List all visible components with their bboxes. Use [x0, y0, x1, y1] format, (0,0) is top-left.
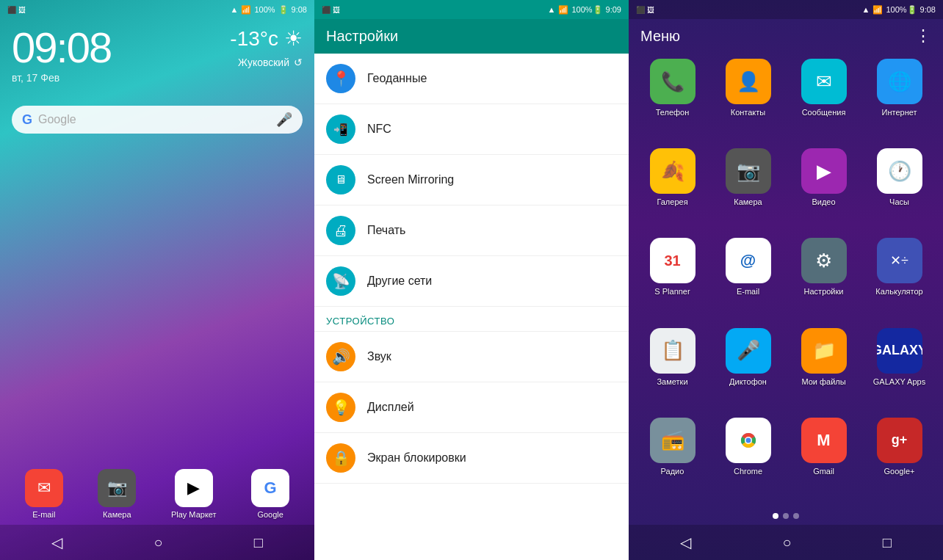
- video-icon: ▶: [801, 148, 847, 194]
- nfc-item[interactable]: 📲 NFC: [314, 104, 629, 155]
- internet-icon: 🌐: [877, 59, 922, 104]
- geodata-icon-wrap: 📍: [326, 64, 355, 93]
- m-wifi-icon: ▲: [862, 5, 870, 14]
- menu-more-button[interactable]: ⋮: [915, 26, 931, 46]
- mic-icon[interactable]: 🎤: [276, 112, 292, 128]
- other-net-label: Другие сети: [367, 274, 432, 288]
- clock-area: 09:08 вт, 17 Фев -13°с ☀ Жуковский ↺: [0, 19, 314, 84]
- app-grid: 📞 Телефон 👤 Контакты ✉ Сообщения 🌐 Интер…: [629, 53, 943, 507]
- search-placeholder: Google: [38, 113, 270, 126]
- home-nav-bar: ◁ ○ □: [0, 525, 314, 560]
- battery-icon: 🔋: [278, 5, 289, 15]
- contacts-glyph: 👤: [737, 70, 760, 93]
- email-app-item[interactable]: @ E-mail: [713, 238, 783, 321]
- notes-label: Заметки: [657, 377, 687, 387]
- camera-app-item[interactable]: 📷 Камера: [713, 148, 783, 232]
- sun-icon: ☀: [284, 26, 303, 51]
- page-dot-2[interactable]: [783, 513, 789, 519]
- display-icon: 💡: [332, 399, 350, 416]
- display-item[interactable]: 💡 Дисплей: [314, 382, 629, 433]
- menu-title: Меню: [640, 28, 680, 45]
- page-dot-1[interactable]: [773, 513, 778, 519]
- files-icon: 📁: [801, 328, 847, 374]
- lockscreen-item[interactable]: 🔒 Экран блокировки: [314, 433, 629, 484]
- screenshot-icon: ⬛: [7, 6, 16, 14]
- print-item[interactable]: 🖨 Печать: [314, 206, 629, 256]
- sound-item[interactable]: 🔊 Звук: [314, 332, 629, 382]
- radio-app-item[interactable]: 📻 Радио: [637, 418, 707, 501]
- other-networks-item[interactable]: 📡 Другие сети: [314, 256, 629, 307]
- recorder-label: Диктофон: [729, 377, 767, 387]
- messages-app-item[interactable]: ✉ Сообщения: [789, 59, 859, 142]
- messages-icon: ✉: [801, 59, 847, 104]
- video-app-item[interactable]: ▶ Видео: [789, 148, 859, 232]
- gallery-app-item[interactable]: 🍂 Галерея: [637, 148, 707, 232]
- chrome-app-item[interactable]: Chrome: [713, 418, 783, 501]
- phone-app-item[interactable]: 📞 Телефон: [637, 59, 707, 142]
- home-status-bar: ⬛ 🖼 ▲ 📶 100% 🔋 9:08: [0, 0, 314, 19]
- home-time: 9:08: [292, 5, 307, 14]
- geodata-label: Геоданные: [367, 72, 427, 85]
- galaxy-glyph: GALAXY: [877, 343, 922, 358]
- internet-app-item[interactable]: 🌐 Интернет: [864, 59, 934, 142]
- settings-time: 9:09: [606, 5, 621, 14]
- menu-status-bar: ⬛ 🖼 ▲ 📶 100%🔋 9:08: [629, 0, 943, 19]
- clock-date: вт, 17 Фев: [12, 72, 111, 84]
- camera-dock-item[interactable]: 📷 Камера: [98, 469, 136, 519]
- notes-icon: 📋: [650, 328, 695, 374]
- calc-app-item[interactable]: ✕÷ Калькулятор: [864, 238, 934, 321]
- google-dock-item[interactable]: G Google: [251, 469, 289, 519]
- battery-level: 100%: [254, 5, 275, 14]
- nfc-icon: 📲: [333, 123, 348, 137]
- splanner-app-item[interactable]: 31 S Planner: [637, 238, 707, 321]
- refresh-icon[interactable]: ↺: [294, 57, 303, 68]
- gallery-label: Галерея: [657, 197, 687, 207]
- internet-glyph: 🌐: [888, 70, 911, 93]
- files-app-item[interactable]: 📁 Мои файлы: [789, 328, 859, 412]
- camera-label: Камера: [734, 197, 762, 207]
- contacts-icon: 👤: [726, 59, 771, 104]
- settings-status-left: ⬛ 🖼: [322, 6, 340, 14]
- googleplus-app-item[interactable]: g+ Google+: [864, 418, 934, 501]
- camera-dock-label: Камера: [103, 510, 131, 519]
- recorder-app-item[interactable]: 🎤 Диктофон: [713, 328, 783, 412]
- m-image-icon: 🖼: [647, 6, 654, 14]
- notes-app-item[interactable]: 📋 Заметки: [637, 328, 707, 412]
- googleplus-icon: g+: [877, 418, 922, 463]
- google-dock-icon: G: [251, 469, 289, 507]
- sound-label: Звук: [367, 350, 391, 363]
- back-button[interactable]: ◁: [40, 531, 74, 554]
- files-glyph: 📁: [812, 339, 836, 362]
- menu-recent-button[interactable]: □: [871, 531, 903, 554]
- home-button[interactable]: ○: [142, 531, 174, 554]
- lock-icon: 🔒: [332, 449, 350, 467]
- galaxy-apps-item[interactable]: GALAXY GALAXY Apps: [864, 328, 934, 412]
- contacts-app-item[interactable]: 👤 Контакты: [713, 59, 783, 142]
- googleplus-label: Google+: [884, 467, 915, 476]
- clock-left: 09:08 вт, 17 Фев: [12, 26, 111, 84]
- s-signal-icon: 📶: [558, 5, 568, 15]
- google-search-bar[interactable]: G Google 🎤: [12, 106, 303, 134]
- recent-button[interactable]: □: [242, 531, 275, 554]
- clock-glyph: 🕐: [888, 160, 911, 183]
- settings-app-item[interactable]: ⚙ Настройки: [789, 238, 859, 321]
- google-dock-label: Google: [257, 510, 283, 519]
- play-dock-item[interactable]: ▶ Play Маркет: [171, 469, 217, 519]
- signal-icon: 📶: [241, 5, 251, 15]
- clock-app-item[interactable]: 🕐 Часы: [864, 148, 934, 232]
- email-dock-item[interactable]: ✉ E-mail: [25, 469, 63, 519]
- geodata-item[interactable]: 📍 Геоданные: [314, 54, 629, 104]
- print-label: Печать: [367, 224, 405, 237]
- clock-label: Часы: [889, 197, 909, 207]
- device-section-header: УСТРОЙСТВО: [314, 307, 629, 332]
- image-icon: 🖼: [18, 6, 26, 14]
- m-signal-icon: 📶: [872, 5, 883, 15]
- s-image-icon: 🖼: [333, 6, 340, 14]
- screen-mirroring-item[interactable]: 🖥 Screen Mirroring: [314, 155, 629, 206]
- menu-back-button[interactable]: ◁: [668, 531, 703, 554]
- menu-home-button[interactable]: ○: [770, 531, 803, 554]
- clock-icon: 🕐: [877, 148, 922, 194]
- email-dock-label: E-mail: [32, 510, 55, 519]
- gmail-app-item[interactable]: M Gmail: [789, 418, 859, 501]
- page-dot-3[interactable]: [793, 513, 799, 519]
